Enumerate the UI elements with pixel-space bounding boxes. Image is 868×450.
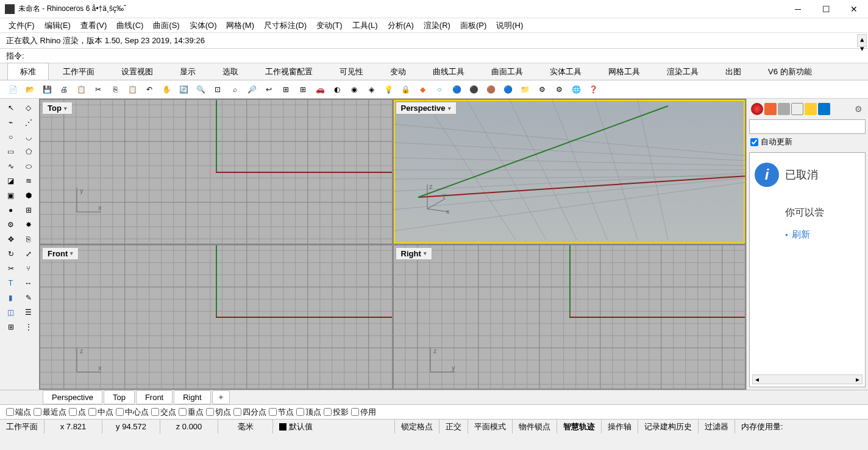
- arc-icon[interactable]: ◡: [20, 130, 37, 144]
- sb-units[interactable]: 毫米: [218, 420, 273, 434]
- split-icon[interactable]: ⑂: [20, 262, 37, 275]
- globe-icon[interactable]: 🌐: [568, 82, 584, 97]
- more-icon[interactable]: ⋮: [20, 320, 37, 334]
- open-icon[interactable]: 📂: [22, 82, 38, 97]
- paste-icon[interactable]: 📋: [124, 82, 140, 97]
- cplane-icon[interactable]: ⊞: [278, 82, 294, 97]
- sb-ortho[interactable]: 正交: [439, 420, 468, 434]
- minimize-button[interactable]: ─: [784, 0, 812, 18]
- sb-gumball[interactable]: 操作轴: [602, 420, 638, 434]
- panel-scrollbar[interactable]: ◂ ▸: [752, 374, 863, 384]
- vp-tab-front[interactable]: Front: [136, 390, 173, 404]
- osnap-vertex[interactable]: 顶点: [296, 407, 321, 418]
- tab-rendertools[interactable]: 渲染工具: [654, 63, 711, 80]
- panel-gear-icon[interactable]: ⚙: [853, 103, 864, 115]
- tab-surftools[interactable]: 曲面工具: [478, 63, 536, 80]
- sb-gridlock[interactable]: 锁定格点: [395, 420, 439, 434]
- scroll-right-icon[interactable]: ▸: [856, 375, 859, 384]
- scroll-left-icon[interactable]: ◂: [755, 375, 759, 384]
- close-button[interactable]: ✕: [840, 0, 868, 18]
- curve-icon[interactable]: ∿: [2, 160, 19, 173]
- viewport-front-label[interactable]: Front▾: [42, 247, 79, 260]
- move-icon[interactable]: ✥: [2, 233, 19, 246]
- grid-icon[interactable]: ⊞: [2, 320, 19, 334]
- osnap-perp[interactable]: 垂点: [179, 407, 204, 418]
- menu-file[interactable]: 文件(F): [5, 19, 38, 32]
- zoom-window-icon[interactable]: ⌕: [227, 82, 243, 97]
- sphere-tbx-icon[interactable]: ●: [2, 203, 19, 217]
- menu-solid[interactable]: 实体(O): [186, 19, 221, 32]
- circle-icon[interactable]: ○: [2, 130, 19, 144]
- surface-icon[interactable]: ◪: [2, 174, 19, 188]
- pointer-icon[interactable]: ↖: [2, 101, 19, 114]
- layer-icon[interactable]: ◆: [414, 82, 430, 97]
- vp-tab-perspective[interactable]: Perspective: [43, 390, 102, 404]
- scroll-down-icon[interactable]: ▾: [860, 44, 864, 53]
- history-scrollbar[interactable]: ▴ ▾: [857, 34, 867, 47]
- spotlight-icon[interactable]: ◈: [363, 82, 379, 97]
- osnap-end[interactable]: 端点: [6, 407, 31, 418]
- sb-layer[interactable]: 默认值: [273, 420, 395, 434]
- viewport-front[interactable]: Front▾ zx: [40, 245, 392, 389]
- panel-search-input[interactable]: [749, 119, 866, 134]
- print-icon[interactable]: 🖨: [56, 82, 72, 97]
- menu-view[interactable]: 查看(V): [77, 19, 110, 32]
- dim-icon[interactable]: ↔: [20, 276, 37, 290]
- osnap-project[interactable]: 投影: [324, 407, 349, 418]
- doc-props-icon[interactable]: ⚙: [551, 82, 567, 97]
- scroll-up-icon[interactable]: ▴: [860, 35, 864, 44]
- osnap-tan[interactable]: 切点: [206, 407, 231, 418]
- 4view-icon[interactable]: ⊞: [295, 82, 311, 97]
- sphere1-icon[interactable]: 🔵: [449, 82, 464, 97]
- edit-icon[interactable]: ✎: [20, 291, 37, 304]
- menu-help[interactable]: 说明(H): [493, 19, 527, 32]
- menu-mesh[interactable]: 网格(M): [222, 19, 258, 32]
- tab-curvetools[interactable]: 曲线工具: [420, 63, 477, 80]
- tab-visibility[interactable]: 可见性: [327, 63, 376, 80]
- viewport-top[interactable]: Top▾ yx: [40, 100, 392, 244]
- maximize-button[interactable]: ☐: [812, 0, 840, 18]
- rotate-tbx-icon[interactable]: ↻: [2, 247, 19, 261]
- viewport-right[interactable]: Right▾ zy: [394, 245, 745, 389]
- zoom-extents-icon[interactable]: ⊡: [210, 82, 226, 97]
- osnap-near[interactable]: 最近点: [34, 407, 66, 418]
- tab-newv6[interactable]: V6 的新功能: [755, 63, 825, 80]
- folder-icon[interactable]: 📁: [517, 82, 533, 97]
- lock-icon[interactable]: 🔒: [397, 82, 413, 97]
- osnap-mid[interactable]: 中点: [88, 407, 113, 418]
- sb-filter[interactable]: 过滤器: [699, 420, 735, 434]
- points-icon[interactable]: ⋰: [20, 116, 37, 129]
- menu-analyze[interactable]: 分析(A): [384, 19, 418, 32]
- tab-meshtools[interactable]: 网格工具: [596, 63, 653, 80]
- auto-update-checkbox[interactable]: 自动更新: [749, 134, 866, 150]
- help-icon[interactable]: ❓: [585, 82, 601, 97]
- tab-standard[interactable]: 标准: [7, 63, 49, 80]
- new-icon[interactable]: 📄: [5, 82, 21, 97]
- menu-surface[interactable]: 曲面(S): [149, 19, 183, 32]
- tab-viewport[interactable]: 工作视窗配置: [252, 63, 326, 80]
- polygon-icon[interactable]: ⬠: [20, 145, 37, 158]
- light-icon[interactable]: 💡: [380, 82, 396, 97]
- display-tab-icon[interactable]: [778, 103, 790, 115]
- layer-tbx-icon[interactable]: ☰: [20, 306, 37, 319]
- viewport-right-label[interactable]: Right▾: [396, 247, 432, 260]
- libraries-tab-icon[interactable]: [805, 103, 817, 115]
- menu-render[interactable]: 渲染(R): [420, 19, 454, 32]
- menu-edit[interactable]: 编辑(E): [41, 19, 74, 32]
- viewport-perspective-label[interactable]: Perspective▾: [396, 102, 457, 114]
- copy-icon[interactable]: ⎘: [107, 82, 123, 97]
- sphere2-icon[interactable]: ⚫: [466, 82, 482, 97]
- copy-tbx-icon[interactable]: ⎘: [20, 233, 37, 246]
- cylinder-icon[interactable]: ⬢: [20, 189, 37, 202]
- text-icon[interactable]: T: [2, 276, 19, 290]
- menu-dimension[interactable]: 尺寸标注(D): [260, 19, 310, 32]
- properties-icon[interactable]: ○: [432, 82, 447, 97]
- help-tab-icon[interactable]: [818, 103, 830, 115]
- vp-tab-add[interactable]: ✦: [212, 390, 230, 404]
- zoom-selected-icon[interactable]: 🔎: [244, 82, 260, 97]
- undo-view-icon[interactable]: ↩: [261, 82, 277, 97]
- loft-icon[interactable]: ≋: [20, 174, 37, 188]
- osnap-disable[interactable]: 停用: [351, 407, 376, 418]
- menu-tools[interactable]: 工具(L): [349, 19, 382, 32]
- layers-tab-icon[interactable]: [764, 103, 777, 115]
